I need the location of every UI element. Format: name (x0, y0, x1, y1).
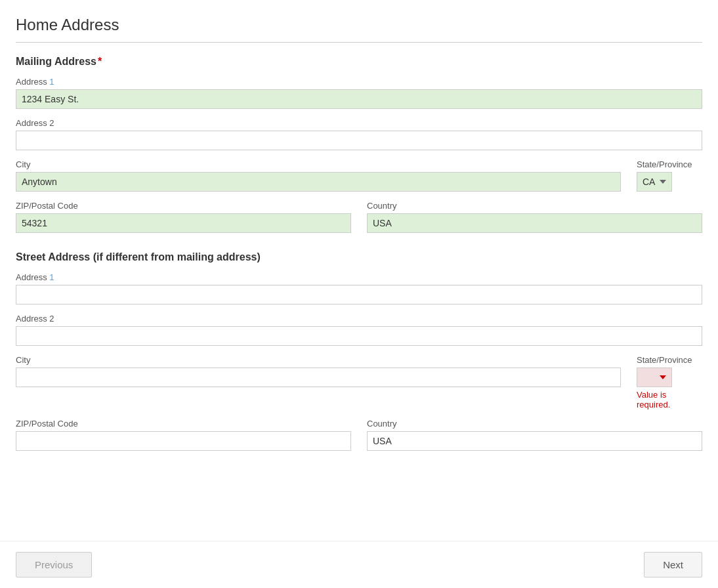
street-address1-label-num: 1 (49, 272, 54, 282)
mailing-state-label: State/Province (637, 159, 702, 169)
mailing-address-section: Mailing Address* Address 1 Address 2 Cit… (16, 56, 702, 233)
mailing-zip-label: ZIP/Postal Code (16, 201, 351, 211)
mailing-address2-input[interactable] (16, 131, 702, 150)
street-address-section: Street Address (if different from mailin… (16, 251, 702, 451)
street-zip-label: ZIP/Postal Code (16, 419, 351, 429)
street-address2-field: Address 2 (16, 314, 702, 346)
footer-navigation: Previous Next (0, 541, 718, 588)
mailing-address2-label: Address 2 (16, 118, 702, 128)
mailing-zip-input[interactable] (16, 213, 351, 233)
street-city-state-row: City State/Province CA AL NY TX Value is… (16, 355, 702, 410)
page-container: Home Address Mailing Address* Address 1 … (0, 0, 718, 588)
mailing-address1-input[interactable] (16, 89, 702, 109)
mailing-country-label: Country (367, 201, 702, 211)
street-zip-country-row: ZIP/Postal Code Country (16, 419, 702, 451)
page-title: Home Address (16, 16, 702, 43)
street-city-label: City (16, 355, 621, 365)
street-zip-input[interactable] (16, 431, 351, 451)
street-state-select[interactable]: CA AL NY TX (637, 368, 672, 387)
street-address1-input[interactable] (16, 285, 702, 304)
street-address1-field: Address 1 (16, 272, 702, 304)
street-state-error: Value is required. (637, 390, 702, 410)
mailing-city-input[interactable] (16, 172, 621, 192)
mailing-zip-field: ZIP/Postal Code (16, 201, 351, 233)
street-address2-input[interactable] (16, 326, 702, 346)
street-state-label: State/Province (637, 355, 702, 365)
mailing-city-label: City (16, 159, 621, 169)
street-city-input[interactable] (16, 368, 621, 387)
mailing-section-title: Mailing Address* (16, 56, 702, 68)
street-state-field: State/Province CA AL NY TX Value is requ… (637, 355, 702, 410)
mailing-state-select[interactable]: CA AL AK AZ NY TX (637, 172, 672, 192)
street-address1-label: Address 1 (16, 272, 702, 282)
street-zip-field: ZIP/Postal Code (16, 419, 351, 451)
mailing-zip-country-row: ZIP/Postal Code Country (16, 201, 702, 233)
street-country-field: Country (367, 419, 702, 451)
mailing-address1-label-num: 1 (49, 77, 54, 87)
mailing-city-field: City (16, 159, 621, 192)
mailing-country-field: Country (367, 201, 702, 233)
street-country-input[interactable] (367, 431, 702, 451)
street-section-title: Street Address (if different from mailin… (16, 251, 702, 263)
mailing-address1-label: Address 1 (16, 77, 702, 87)
street-address2-label: Address 2 (16, 314, 702, 324)
previous-button[interactable]: Previous (16, 552, 92, 578)
mailing-address2-field: Address 2 (16, 118, 702, 150)
mailing-country-input[interactable] (367, 213, 702, 233)
required-indicator: * (98, 56, 102, 67)
street-city-field: City (16, 355, 621, 410)
mailing-address1-field: Address 1 (16, 77, 702, 109)
mailing-state-field: State/Province CA AL AK AZ NY TX (637, 159, 702, 192)
street-country-label: Country (367, 419, 702, 429)
mailing-city-state-row: City State/Province CA AL AK AZ NY TX (16, 159, 702, 192)
next-button[interactable]: Next (644, 552, 702, 578)
